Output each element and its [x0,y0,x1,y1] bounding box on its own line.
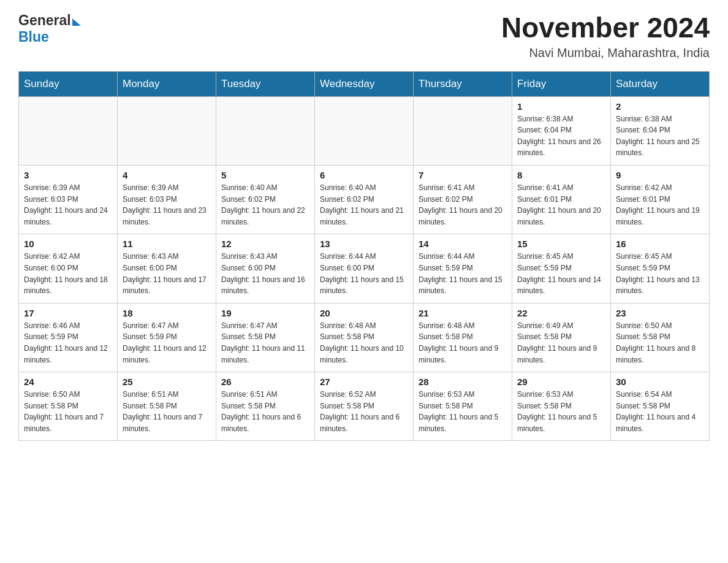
day-info: Sunrise: 6:51 AM Sunset: 5:58 PM Dayligh… [221,389,309,434]
day-info: Sunrise: 6:39 AM Sunset: 6:03 PM Dayligh… [24,182,112,228]
calendar-header-sunday: Sunday [19,71,118,96]
day-number: 27 [320,377,408,387]
logo-arrow-icon [72,18,81,26]
calendar-cell: 19Sunrise: 6:47 AM Sunset: 5:58 PM Dayli… [216,303,315,372]
calendar-week-row: 1Sunrise: 6:38 AM Sunset: 6:04 PM Daylig… [19,96,710,165]
day-info: Sunrise: 6:41 AM Sunset: 6:01 PM Dayligh… [517,182,605,228]
calendar-cell [216,96,315,165]
calendar-cell: 13Sunrise: 6:44 AM Sunset: 6:00 PM Dayli… [315,234,414,303]
day-number: 23 [616,308,704,318]
day-number: 30 [616,377,704,387]
day-info: Sunrise: 6:52 AM Sunset: 5:58 PM Dayligh… [320,389,408,434]
day-info: Sunrise: 6:50 AM Sunset: 5:58 PM Dayligh… [24,389,112,434]
day-number: 10 [24,239,112,249]
day-number: 5 [221,170,309,180]
logo-general-text: General [18,12,71,29]
calendar-week-row: 10Sunrise: 6:42 AM Sunset: 6:00 PM Dayli… [19,234,710,303]
day-number: 14 [419,239,507,249]
day-number: 16 [616,239,704,249]
day-number: 15 [517,239,605,249]
calendar-week-row: 3Sunrise: 6:39 AM Sunset: 6:03 PM Daylig… [19,165,710,234]
day-number: 22 [517,308,605,318]
calendar-cell: 23Sunrise: 6:50 AM Sunset: 5:58 PM Dayli… [611,303,710,372]
day-number: 4 [123,170,211,180]
day-info: Sunrise: 6:54 AM Sunset: 5:58 PM Dayligh… [616,389,704,434]
day-info: Sunrise: 6:40 AM Sunset: 6:02 PM Dayligh… [221,182,309,228]
day-number: 21 [419,308,507,318]
day-info: Sunrise: 6:38 AM Sunset: 6:04 PM Dayligh… [616,113,704,159]
day-number: 24 [24,377,112,387]
day-number: 8 [517,170,605,180]
calendar-cell: 27Sunrise: 6:52 AM Sunset: 5:58 PM Dayli… [315,372,414,441]
logo: General Blue [18,12,81,45]
logo-blue-text: Blue [18,29,49,45]
calendar-header-thursday: Thursday [414,71,512,96]
day-info: Sunrise: 6:47 AM Sunset: 5:59 PM Dayligh… [123,320,211,366]
day-info: Sunrise: 6:51 AM Sunset: 5:58 PM Dayligh… [123,389,211,434]
calendar-cell [118,96,216,165]
day-info: Sunrise: 6:47 AM Sunset: 5:58 PM Dayligh… [221,320,309,366]
day-number: 17 [24,308,112,318]
title-section: November 2024 Navi Mumbai, Maharashtra, … [501,12,710,60]
calendar-cell: 17Sunrise: 6:46 AM Sunset: 5:59 PM Dayli… [19,303,118,372]
calendar-cell: 15Sunrise: 6:45 AM Sunset: 5:59 PM Dayli… [512,234,611,303]
day-info: Sunrise: 6:53 AM Sunset: 5:58 PM Dayligh… [419,389,507,434]
calendar-cell: 26Sunrise: 6:51 AM Sunset: 5:58 PM Dayli… [216,372,315,441]
calendar-cell: 29Sunrise: 6:53 AM Sunset: 5:58 PM Dayli… [512,372,611,441]
calendar-cell: 8Sunrise: 6:41 AM Sunset: 6:01 PM Daylig… [512,165,611,234]
month-title: November 2024 [501,12,710,44]
day-number: 7 [419,170,507,180]
day-number: 19 [221,308,309,318]
day-info: Sunrise: 6:45 AM Sunset: 5:59 PM Dayligh… [517,251,605,296]
day-info: Sunrise: 6:43 AM Sunset: 6:00 PM Dayligh… [221,251,309,296]
day-number: 29 [517,377,605,387]
day-number: 11 [123,239,211,249]
calendar-cell [414,96,512,165]
calendar-cell [315,96,414,165]
day-number: 13 [320,239,408,249]
page-header: General Blue November 2024 Navi Mumbai, … [18,12,710,60]
calendar-cell: 28Sunrise: 6:53 AM Sunset: 5:58 PM Dayli… [414,372,512,441]
day-info: Sunrise: 6:53 AM Sunset: 5:58 PM Dayligh… [517,389,605,434]
calendar-cell: 2Sunrise: 6:38 AM Sunset: 6:04 PM Daylig… [611,96,710,165]
calendar-header-saturday: Saturday [611,71,710,96]
calendar-cell: 24Sunrise: 6:50 AM Sunset: 5:58 PM Dayli… [19,372,118,441]
calendar-week-row: 17Sunrise: 6:46 AM Sunset: 5:59 PM Dayli… [19,303,710,372]
calendar-cell: 11Sunrise: 6:43 AM Sunset: 6:00 PM Dayli… [118,234,216,303]
day-number: 6 [320,170,408,180]
day-info: Sunrise: 6:39 AM Sunset: 6:03 PM Dayligh… [123,182,211,228]
calendar-header-row: SundayMondayTuesdayWednesdayThursdayFrid… [19,71,710,96]
calendar-cell: 20Sunrise: 6:48 AM Sunset: 5:58 PM Dayli… [315,303,414,372]
calendar-header-tuesday: Tuesday [216,71,315,96]
day-info: Sunrise: 6:44 AM Sunset: 5:59 PM Dayligh… [419,251,507,296]
location-title: Navi Mumbai, Maharashtra, India [501,46,710,60]
calendar-cell: 25Sunrise: 6:51 AM Sunset: 5:58 PM Dayli… [118,372,216,441]
day-number: 3 [24,170,112,180]
calendar-cell: 10Sunrise: 6:42 AM Sunset: 6:00 PM Dayli… [19,234,118,303]
day-number: 28 [419,377,507,387]
day-info: Sunrise: 6:42 AM Sunset: 6:01 PM Dayligh… [616,182,704,228]
day-number: 25 [123,377,211,387]
day-number: 9 [616,170,704,180]
day-info: Sunrise: 6:45 AM Sunset: 5:59 PM Dayligh… [616,251,704,296]
calendar-header-friday: Friday [512,71,611,96]
day-info: Sunrise: 6:48 AM Sunset: 5:58 PM Dayligh… [419,320,507,366]
day-number: 20 [320,308,408,318]
day-info: Sunrise: 6:43 AM Sunset: 6:00 PM Dayligh… [123,251,211,296]
calendar-header-monday: Monday [118,71,216,96]
day-info: Sunrise: 6:49 AM Sunset: 5:58 PM Dayligh… [517,320,605,366]
calendar-cell: 3Sunrise: 6:39 AM Sunset: 6:03 PM Daylig… [19,165,118,234]
day-info: Sunrise: 6:40 AM Sunset: 6:02 PM Dayligh… [320,182,408,228]
day-info: Sunrise: 6:50 AM Sunset: 5:58 PM Dayligh… [616,320,704,366]
calendar-cell: 14Sunrise: 6:44 AM Sunset: 5:59 PM Dayli… [414,234,512,303]
day-number: 26 [221,377,309,387]
day-number: 12 [221,239,309,249]
calendar-cell [19,96,118,165]
day-info: Sunrise: 6:41 AM Sunset: 6:02 PM Dayligh… [419,182,507,228]
calendar-cell: 22Sunrise: 6:49 AM Sunset: 5:58 PM Dayli… [512,303,611,372]
calendar-cell: 16Sunrise: 6:45 AM Sunset: 5:59 PM Dayli… [611,234,710,303]
calendar-cell: 12Sunrise: 6:43 AM Sunset: 6:00 PM Dayli… [216,234,315,303]
day-info: Sunrise: 6:44 AM Sunset: 6:00 PM Dayligh… [320,251,408,296]
calendar-table: SundayMondayTuesdayWednesdayThursdayFrid… [18,71,710,442]
day-number: 18 [123,308,211,318]
